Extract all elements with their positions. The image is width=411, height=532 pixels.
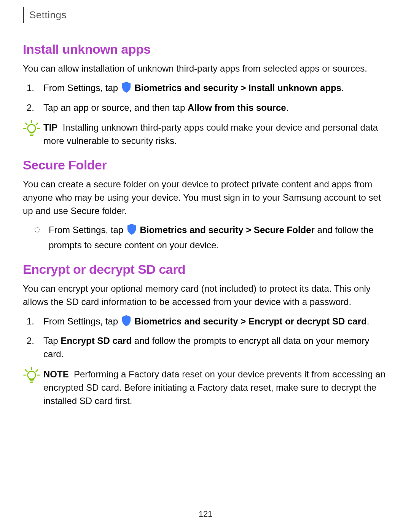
section-heading: Secure Folder: [23, 158, 388, 173]
step-item: Tap an app or source, and then tap Allow…: [40, 101, 388, 115]
svg-line-1: [25, 123, 27, 125]
step-suffix: .: [367, 316, 370, 326]
shield-icon: [121, 81, 131, 97]
step-prefix: Tap an app or source, and then tap: [43, 102, 188, 113]
step-item: From Settings, tap Biometrics and securi…: [40, 315, 388, 330]
step-prefix: Tap: [43, 335, 61, 346]
note-callout: NOTE Performing a Factory data reset on …: [23, 368, 388, 407]
section-install-unknown-apps: Install unknown apps You can allow insta…: [23, 42, 388, 148]
step-bold: Biometrics and security > Encrypt or dec…: [134, 316, 366, 326]
step-prefix: From Settings, tap: [43, 316, 121, 326]
section-heading: Install unknown apps: [23, 42, 388, 57]
section-encrypt-sd: Encrypt or decrypt SD card You can encry…: [23, 262, 388, 407]
shield-icon: [127, 224, 137, 239]
callout-body: Installing unknown third-party apps coul…: [43, 122, 378, 146]
callout-text: NOTE Performing a Factory data reset on …: [43, 368, 388, 407]
step-item: From Settings, tap Biometrics and securi…: [40, 81, 388, 97]
steps-list: From Settings, tap Biometrics and securi…: [40, 315, 388, 361]
step-bold: Encrypt SD card: [61, 335, 132, 346]
section-heading: Encrypt or decrypt SD card: [23, 262, 388, 277]
steps-list: From Settings, tap Biometrics and securi…: [40, 81, 388, 115]
header-divider: [23, 7, 24, 23]
step-suffix: .: [341, 83, 344, 93]
section-intro: You can create a secure folder on your d…: [23, 178, 388, 217]
callout-text: TIP Installing unknown third-party apps …: [43, 121, 388, 148]
lightbulb-icon: [23, 120, 40, 139]
step-prefix: From Settings, tap: [43, 83, 121, 93]
callout-body: Performing a Factory data reset on your …: [43, 369, 386, 406]
section-secure-folder: Secure Folder You can create a secure fo…: [23, 158, 388, 252]
step-suffix: .: [286, 102, 289, 113]
svg-line-7: [25, 370, 27, 372]
page-number: 121: [0, 509, 411, 519]
lightbulb-icon: [23, 366, 40, 385]
shield-icon: [121, 315, 131, 330]
svg-line-8: [36, 370, 38, 372]
section-intro: You can allow installation of unknown th…: [23, 62, 388, 75]
callout-label: TIP: [43, 122, 57, 133]
step-bold: Allow from this source: [188, 102, 286, 113]
step-item: Tap Encrypt SD card and follow the promp…: [40, 334, 388, 361]
page-header: Settings: [23, 7, 388, 23]
circ-bold: Biometrics and security > Secure Folder: [140, 225, 315, 235]
callout-label: NOTE: [43, 369, 69, 379]
svg-line-2: [36, 123, 38, 125]
step-bold: Biometrics and security > Install unknow…: [134, 83, 341, 93]
svg-point-5: [28, 125, 36, 133]
circ-prefix: From Settings, tap: [49, 225, 126, 235]
svg-point-11: [28, 371, 36, 379]
circle-list: From Settings, tap Biometrics and securi…: [45, 224, 388, 252]
section-intro: You can encrypt your optional memory car…: [23, 282, 388, 309]
tip-callout: TIP Installing unknown third-party apps …: [23, 121, 388, 148]
header-title: Settings: [29, 9, 67, 21]
circle-item: From Settings, tap Biometrics and securi…: [45, 224, 388, 252]
